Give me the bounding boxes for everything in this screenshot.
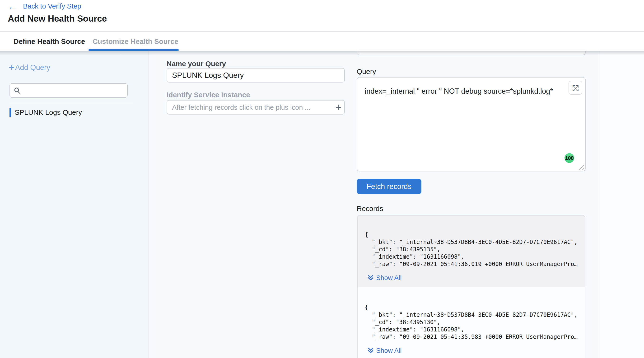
show-all-label: Show All (376, 274, 402, 282)
show-all-link[interactable]: Show All (368, 347, 402, 355)
json-line: "_cd": "38:4395130", (365, 319, 578, 326)
query-sidebar: + Add Query SPLUNK Logs Query (0, 51, 148, 358)
add-query-button[interactable]: + Add Query (9, 63, 50, 72)
service-instance-input[interactable] (166, 100, 345, 114)
clipped-top-input[interactable] (357, 51, 586, 55)
search-icon (14, 87, 21, 94)
double-chevron-down-icon (368, 275, 374, 281)
records-container: { "_bkt": "_internal~38~D537D8B4-3EC0-4D… (357, 215, 586, 358)
add-query-label: Add Query (15, 63, 50, 72)
query-name-input[interactable] (166, 68, 345, 82)
expand-icon: ⤢⤡ (569, 81, 582, 94)
record-row: { "_bkt": "_internal~38~D537D8B4-3EC0-4D… (358, 216, 585, 287)
query-editor: index=_internal " error " NOT debug sour… (357, 77, 586, 171)
show-all-link[interactable]: Show All (368, 274, 402, 282)
query-item-label: SPLUNK Logs Query (15, 108, 82, 116)
back-to-verify-link[interactable]: ← Back to Verify Step (8, 2, 81, 10)
double-chevron-down-icon (368, 347, 374, 354)
json-line: { (365, 304, 578, 311)
tab-define-health-source[interactable]: Define Health Source (14, 37, 85, 45)
service-instance-label: Identify Service Instance (166, 91, 250, 99)
active-tab-underline (88, 49, 179, 51)
service-instance-field: + (166, 100, 345, 114)
expand-query-button[interactable]: ⤢⤡ (568, 81, 582, 95)
search-input[interactable] (24, 87, 127, 94)
fetch-records-button[interactable]: Fetch records (357, 179, 422, 194)
query-label: Query (357, 67, 376, 76)
json-line: "_cd": "38:4395135", (365, 246, 578, 253)
record-count-badge: 100 (564, 153, 574, 163)
textarea-resize-handle[interactable] (579, 165, 584, 170)
json-line: "_indextime": "1631166098", (365, 326, 578, 333)
page-title: Add New Health Source (8, 14, 107, 24)
json-line: "_indextime": "1631166098", (365, 253, 578, 261)
sidebar-divider (10, 104, 133, 104)
json-line: "_raw": "09-09-2021 05:41:35.983 +0000 E… (365, 333, 578, 341)
records-label: Records (357, 205, 383, 213)
json-line: "_bkt": "_internal~38~D537D8B4-3EC0-4D5E… (365, 239, 578, 246)
tab-customize-health-source[interactable]: Customize Health Source (92, 37, 178, 45)
json-line: { (365, 231, 578, 239)
sidebar-item-splunk-logs-query[interactable]: SPLUNK Logs Query (10, 108, 82, 117)
add-service-instance-plus-icon[interactable]: + (335, 101, 342, 113)
name-query-label: Name your Query (166, 60, 226, 68)
content-area: + Add Query SPLUNK Logs Query Name your … (0, 51, 644, 358)
query-textarea[interactable]: index=_internal " error " NOT debug sour… (365, 87, 574, 165)
show-all-label: Show All (376, 347, 402, 355)
json-line: "_raw": "09-09-2021 05:41:36.019 +0000 E… (365, 261, 578, 268)
back-arrow-icon: ← (8, 3, 18, 10)
query-search-box[interactable] (10, 83, 128, 98)
page-header: ← Back to Verify Step Add New Health Sou… (0, 0, 644, 32)
tab-bar: Define Health Source Customize Health So… (0, 32, 644, 51)
record-row: { "_bkt": "_internal~38~D537D8B4-3EC0-4D… (358, 287, 585, 358)
active-item-bar (10, 108, 11, 117)
json-line: "_bkt": "_internal~38~D537D8B4-3EC0-4D5E… (365, 311, 578, 319)
right-panel-strip (599, 51, 644, 358)
plus-icon: + (9, 64, 15, 71)
back-link-label: Back to Verify Step (23, 2, 81, 10)
